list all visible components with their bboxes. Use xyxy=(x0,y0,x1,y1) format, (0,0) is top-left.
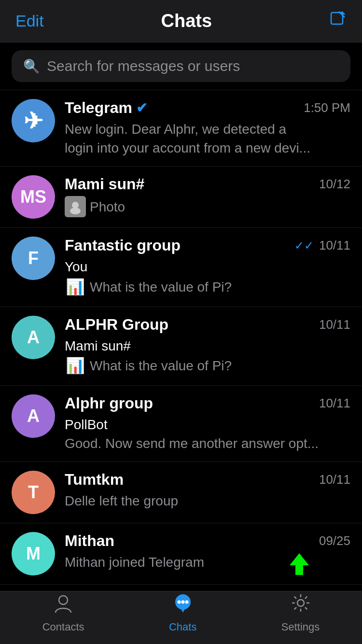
svg-point-4 xyxy=(70,208,81,214)
avatar-alphr-group: A xyxy=(12,316,55,359)
green-arrow-icon xyxy=(285,548,314,579)
tab-settings[interactable]: Settings xyxy=(281,592,320,633)
avatar-mami-sun: MS xyxy=(12,175,55,219)
chat-name-alphr-group2: Alphr group xyxy=(65,394,153,412)
double-check-icon: ✓✓ xyxy=(294,239,314,252)
chat-time-mami-sun: 10/12 xyxy=(319,177,350,192)
avatar-mithan: M xyxy=(12,532,55,575)
search-bar[interactable]: 🔍 Search for messages or users xyxy=(12,50,350,82)
chat-time-fantastic-group: ✓✓ 10/11 xyxy=(294,238,350,253)
chat-name-mithan: Mithan xyxy=(65,532,114,550)
chat-preview-alphr-group2: PollBot Good. Now send me another answer… xyxy=(65,415,350,453)
chat-time-telegram: 1:50 PM xyxy=(304,100,350,115)
chats-icon xyxy=(172,592,194,618)
edit-button[interactable]: Edit xyxy=(15,12,44,30)
chat-time-alphr-group: 10/11 xyxy=(319,317,350,332)
nav-header: Edit Chats xyxy=(0,0,362,42)
chat-item-alphr-group[interactable]: A ALPHR Group 10/11 Mami sun# 📊 What is … xyxy=(0,307,362,386)
chat-content-telegram: Telegram ✔ 1:50 PM New login. Dear Alphr… xyxy=(65,99,350,157)
poll-icon-2: 📊 xyxy=(65,355,86,377)
page-title: Chats xyxy=(161,11,212,31)
chat-name-fantastic-group: Fantastic group xyxy=(65,237,181,254)
chat-item-tumtkm[interactable]: T Tumtkm 10/11 Delle left the group xyxy=(0,462,362,523)
chat-time-mithan: 09/25 xyxy=(319,533,350,548)
search-container: 🔍 Search for messages or users xyxy=(0,42,362,90)
tab-contacts-label: Contacts xyxy=(42,621,84,633)
verified-icon: ✔ xyxy=(136,100,147,116)
tab-chats-label: Chats xyxy=(169,621,196,633)
chat-preview-alphr-group: Mami sun# 📊 What is the value of Pi? xyxy=(65,336,350,377)
chat-preview-mami-sun: Photo xyxy=(65,196,350,217)
avatar-telegram: ✈ xyxy=(12,99,55,142)
chat-item-telegram[interactable]: ✈ Telegram ✔ 1:50 PM New login. Dear Alp… xyxy=(0,90,362,167)
svg-point-9 xyxy=(181,601,184,604)
avatar-fantastic-group: F xyxy=(12,237,55,280)
chat-list: ✈ Telegram ✔ 1:50 PM New login. Dear Alp… xyxy=(0,90,362,585)
photo-thumb xyxy=(65,196,86,217)
search-placeholder: Search for messages or users xyxy=(47,58,240,74)
svg-point-8 xyxy=(177,601,181,604)
chat-time-tumtkm: 10/11 xyxy=(319,472,350,487)
chat-time-alphr-group2: 10/11 xyxy=(319,396,350,411)
chat-name-alphr-group: ALPHR Group xyxy=(65,316,168,334)
svg-marker-5 xyxy=(290,553,309,575)
chat-preview-tumtkm: Delle left the group xyxy=(65,491,350,510)
svg-point-10 xyxy=(185,601,188,604)
search-icon: 🔍 xyxy=(23,58,40,74)
chat-content-alphr-group2: Alphr group 10/11 PollBot Good. Now send… xyxy=(65,394,350,453)
tab-chats[interactable]: Chats xyxy=(169,592,196,633)
avatar-alphr-group2: A xyxy=(12,394,55,438)
chat-content-alphr-group: ALPHR Group 10/11 Mami sun# 📊 What is th… xyxy=(65,316,350,377)
avatar-tumtkm: T xyxy=(12,471,55,514)
chat-item-mithan[interactable]: M Mithan 09/25 Mithan joined Telegram xyxy=(0,523,362,585)
chat-item-fantastic-group[interactable]: F Fantastic group ✓✓ 10/11 You 📊 What is… xyxy=(0,228,362,307)
chat-preview-telegram: New login. Dear Alphr, we detected a log… xyxy=(65,120,350,157)
chat-name-mami-sun: Mami sun# xyxy=(65,175,144,193)
chat-content-fantastic-group: Fantastic group ✓✓ 10/11 You 📊 What is t… xyxy=(65,237,350,297)
chat-name-telegram: Telegram ✔ xyxy=(65,99,147,117)
chat-item-alphr-group2[interactable]: A Alphr group 10/11 PollBot Good. Now se… xyxy=(0,386,362,462)
compose-button[interactable] xyxy=(329,11,347,32)
svg-point-11 xyxy=(297,600,304,606)
chat-name-tumtkm: Tumtkm xyxy=(65,471,124,489)
chat-preview-fantastic-group: You 📊 What is the value of Pi? xyxy=(65,257,350,297)
tab-settings-label: Settings xyxy=(281,621,320,633)
svg-point-6 xyxy=(59,596,68,604)
settings-icon xyxy=(290,592,311,618)
poll-icon: 📊 xyxy=(65,277,86,298)
contacts-icon xyxy=(53,592,74,618)
chat-content-mami-sun: Mami sun# 10/12 Photo xyxy=(65,175,350,217)
svg-point-3 xyxy=(72,202,79,209)
tab-bar: Contacts Chats Settings xyxy=(0,591,362,644)
tab-contacts[interactable]: Contacts xyxy=(42,592,84,633)
chat-item-mami-sun[interactable]: MS Mami sun# 10/12 Photo xyxy=(0,167,362,228)
chat-content-tumtkm: Tumtkm 10/11 Delle left the group xyxy=(65,471,350,510)
